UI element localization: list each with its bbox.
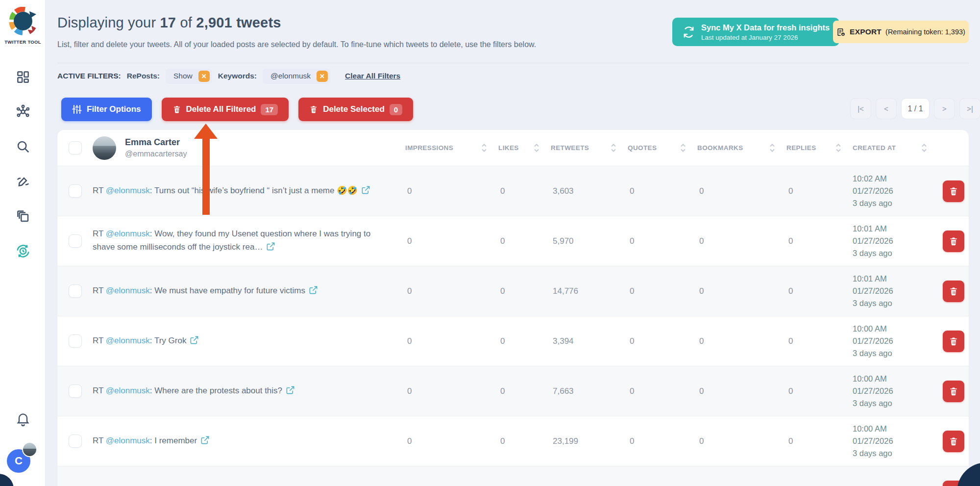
filter-options-button[interactable]: Filter Options [61, 98, 152, 121]
row-checkbox[interactable] [69, 184, 82, 198]
remove-reposts-filter-button[interactable]: ✕ [198, 71, 210, 82]
tweet-text: RT @elonmusk: Turns out “his wife’s boyf… [93, 184, 405, 199]
delete-tweet-button[interactable] [943, 431, 964, 452]
sort-likes-control[interactable] [533, 143, 540, 153]
clear-all-filters-link[interactable]: Clear All Filters [345, 72, 400, 80]
active-filters-bar: ACTIVE FILTERS: RePosts: Show ✕ Keywords… [57, 68, 400, 84]
pagination-next-button[interactable]: > [934, 98, 955, 119]
account-photo-badge [22, 442, 37, 457]
trash-icon [949, 336, 958, 346]
tweet-author-link[interactable]: @elonmusk [106, 436, 150, 445]
quotes-value: 0 [628, 436, 697, 446]
column-header-replies: REPLIES [786, 143, 853, 153]
sort-quotes-control[interactable] [680, 143, 686, 153]
external-link-icon[interactable] [361, 185, 370, 199]
delete-tweet-button[interactable] [943, 230, 964, 252]
column-header-created-at: CREATED AT [853, 143, 938, 153]
delete-tweet-button[interactable] [943, 180, 964, 202]
twitter-tool-logo-icon [9, 7, 37, 35]
tweet-row-partial: 10:00 AM [57, 466, 969, 486]
sort-replies-control[interactable] [835, 143, 842, 153]
row-checkbox[interactable] [69, 284, 82, 298]
page-title-prefix: Displaying your [57, 15, 156, 30]
column-header-impressions: IMPRESSIONS [405, 143, 498, 153]
external-link-icon[interactable] [266, 242, 275, 255]
filter-chip-reposts: Show ✕ [166, 69, 212, 84]
trash-icon [949, 236, 958, 246]
created-at-value: 10:00 AM 01/27/2026 3 days ago [853, 323, 938, 359]
filter-chip-reposts-value: Show [173, 72, 193, 80]
sync-refresh-icon [682, 26, 695, 39]
tweet-author-link[interactable]: @elonmusk [106, 229, 150, 238]
delete-selected-button[interactable]: Delete Selected 0 [298, 98, 413, 121]
sidebar: TWITTER TOOL [0, 0, 46, 486]
export-button[interactable]: EXPORT (Remaining token: 1,393) [833, 21, 969, 43]
sort-impressions-control[interactable] [481, 143, 488, 153]
quotes-value: 0 [628, 236, 697, 246]
external-link-icon[interactable] [286, 385, 295, 399]
row-checkbox[interactable] [69, 334, 82, 348]
select-all-checkbox[interactable] [69, 141, 82, 154]
trash-icon [172, 105, 181, 114]
sort-created-at-control[interactable] [921, 143, 928, 153]
quotes-value: 0 [628, 186, 697, 196]
page-title: Displaying your 17 of 2,901 tweets [57, 15, 281, 31]
tweet-row: RT @elonmusk: I remember 0 0 23,199 0 0 … [57, 416, 969, 466]
pagination-last-button[interactable]: >| [959, 98, 980, 119]
delete-tweet-button[interactable] [943, 331, 964, 352]
tweet-author-link[interactable]: @elonmusk [106, 386, 150, 395]
trash-icon [949, 386, 958, 396]
delete-all-filtered-label: Delete All Filtered [186, 104, 256, 114]
tweet-text: RT @elonmusk: We must have empathy for f… [93, 284, 405, 299]
sort-retweets-control[interactable] [610, 143, 617, 153]
sidebar-item-dashboard[interactable] [15, 69, 31, 85]
likes-value: 0 [498, 436, 551, 446]
delete-tweet-button[interactable] [943, 281, 964, 302]
sidebar-item-copy[interactable] [15, 208, 31, 225]
external-link-icon[interactable] [190, 335, 199, 349]
likes-value: 0 [498, 186, 551, 196]
pagination-prev-button[interactable]: < [876, 98, 897, 119]
tweet-author-link[interactable]: @elonmusk [106, 186, 150, 195]
user-name: Emma Carter [125, 137, 187, 148]
row-checkbox[interactable] [69, 435, 82, 448]
row-checkbox[interactable] [69, 384, 82, 398]
external-link-icon[interactable] [200, 435, 210, 449]
row-checkbox[interactable] [69, 234, 82, 248]
search-icon [16, 139, 30, 154]
tweet-row: RT @elonmusk: Wow, they found my Usenet … [57, 216, 969, 266]
tweet-author-link[interactable]: @elonmusk [106, 336, 150, 345]
sidebar-item-history-active[interactable] [15, 243, 31, 259]
filter-name-reposts: RePosts: [127, 72, 160, 80]
trash-icon [949, 436, 958, 446]
replies-value: 0 [786, 436, 853, 446]
column-header-likes: LIKES [498, 143, 551, 153]
pagination-first-button[interactable]: |< [850, 98, 871, 119]
impressions-value: 0 [405, 386, 498, 396]
replies-value: 0 [786, 186, 853, 196]
column-header-quotes: QUOTES [628, 143, 697, 153]
replies-value: 0 [786, 386, 853, 396]
actions-toolbar: Filter Options Delete All Filtered 17 De… [61, 98, 413, 121]
likes-value: 0 [498, 236, 551, 246]
sidebar-item-compose[interactable] [15, 173, 31, 190]
sidebar-nav [0, 69, 46, 259]
likes-value: 0 [498, 386, 551, 396]
external-link-icon[interactable] [309, 285, 318, 299]
notifications-button[interactable] [0, 411, 46, 427]
delete-all-filtered-button[interactable]: Delete All Filtered 17 [162, 98, 289, 121]
brand-logo: TWITTER TOOL [0, 7, 46, 45]
sort-bookmarks-control[interactable] [769, 143, 776, 153]
sidebar-item-search[interactable] [15, 138, 31, 155]
export-token-note: (Remaining token: 1,393) [885, 28, 965, 36]
remove-keywords-filter-button[interactable]: ✕ [317, 71, 328, 82]
user-avatar [93, 136, 116, 160]
retweets-value: 3,603 [551, 186, 628, 196]
sidebar-item-network[interactable] [15, 103, 31, 120]
delete-tweet-button[interactable] [943, 381, 964, 402]
sync-data-button[interactable]: Sync My X Data for fresh insights Last u… [672, 18, 839, 46]
account-summary: Emma Carter @emmacartersay [93, 136, 405, 160]
filter-name-keywords: Keywords: [218, 72, 257, 80]
close-icon: ✕ [319, 73, 325, 79]
tweet-author-link[interactable]: @elonmusk [106, 286, 150, 295]
